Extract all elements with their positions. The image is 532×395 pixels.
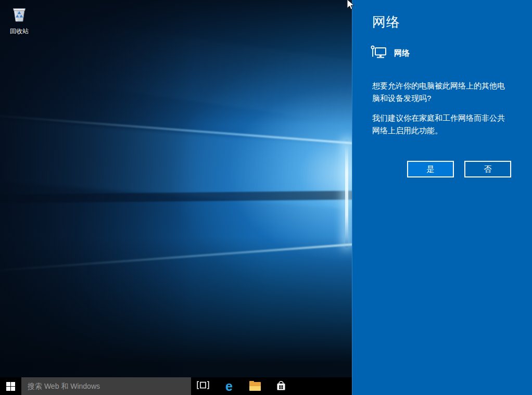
recycle-bin-icon	[9, 17, 29, 26]
store-icon	[276, 380, 286, 393]
recycle-bin-shortcut[interactable]: 回收站	[4, 4, 34, 36]
no-button[interactable]: 否	[464, 161, 511, 177]
wired-network-icon	[371, 44, 387, 62]
yes-button[interactable]: 是	[407, 161, 454, 177]
network-name-label: 网络	[394, 48, 410, 58]
edge-browser-button[interactable]: e	[216, 377, 242, 395]
network-flyout-panel: 网络 网络 想要允许你的电脑被此网络上的其他电脑和设备发现吗? 我们建议你在家庭…	[352, 0, 532, 395]
start-button[interactable]	[0, 377, 21, 395]
windows-logo-icon	[6, 382, 15, 391]
recommendation-text: 我们建议你在家庭和工作网络而非公共网络上启用此功能。	[372, 112, 510, 137]
edge-icon: e	[225, 380, 233, 393]
network-list-item[interactable]: 网络	[371, 44, 410, 62]
taskbar-search	[21, 377, 191, 395]
discovery-question-text: 想要允许你的电脑被此网络上的其他电脑和设备发现吗?	[372, 80, 510, 105]
store-button[interactable]	[268, 377, 294, 395]
file-explorer-button[interactable]	[242, 377, 268, 395]
file-explorer-icon	[249, 382, 261, 391]
search-input[interactable]	[21, 377, 191, 395]
taskbar: e	[0, 377, 352, 395]
desktop-wallpaper	[0, 0, 352, 377]
screen: 回收站 网络 网络 想要允许你的电脑被此网络上的其他电脑和设备发现吗? 我们建议…	[0, 0, 532, 395]
recycle-bin-label: 回收站	[4, 27, 34, 36]
task-view-icon	[197, 381, 209, 391]
mouse-cursor	[347, 0, 355, 13]
task-view-button[interactable]	[190, 377, 216, 395]
panel-title: 网络	[372, 13, 400, 31]
